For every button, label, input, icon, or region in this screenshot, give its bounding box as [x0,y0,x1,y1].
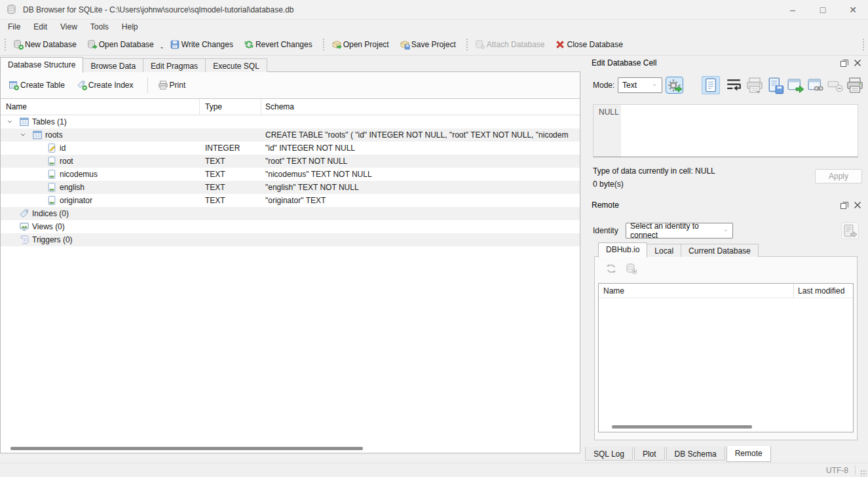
tree-row-english[interactable]: english TEXT "english" TEXT NOT NULL [1,181,580,194]
column-header-schema[interactable]: Schema [261,99,580,115]
maximize-button[interactable]: □ [808,0,838,20]
import-data-button[interactable] [745,76,764,94]
open-database-button[interactable]: Open Database [84,37,161,52]
tree-row-tables[interactable]: Tables (1) [1,115,580,128]
identity-select[interactable]: Select an identity to connect [626,223,733,238]
tree-row-originator[interactable]: originator TEXT "originator" TEXT [1,194,580,207]
remote-tab-bar: DBHub.io Local Current Database [598,242,758,257]
tree-label: roots [45,130,63,140]
tab-local[interactable]: Local [647,244,681,257]
title-bar: DB Browser for SQLite - C:\Users\johnw\s… [0,0,868,20]
mode-select[interactable]: Text [618,77,662,93]
create-index-button[interactable]: Create Index [73,77,142,93]
toolbar-drag-handle[interactable] [862,38,865,51]
print-button[interactable]: Print [154,77,194,93]
app-database-icon [7,4,18,16]
close-database-button[interactable]: Close Database [552,37,630,52]
toolbar-drag-handle[interactable] [466,38,469,51]
field-icon [47,156,57,166]
close-database-icon [555,39,565,50]
column-header-type[interactable]: Type [200,99,261,115]
float-panel-icon[interactable] [838,200,851,210]
edit-cell-toolbar: Mode: Text [585,75,868,96]
print-cell-button[interactable] [846,76,864,94]
remote-list-header: Name Last modified [599,284,853,298]
tree-row-roots[interactable]: roots CREATE TABLE "roots" ( "id" INTEGE… [1,128,580,142]
window-title: DB Browser for SQLite - C:\Users\johnw\s… [23,5,294,14]
tab-database-structure[interactable]: Database Structure [0,57,83,73]
toolbar-drag-handle[interactable] [322,38,326,51]
close-panel-icon[interactable] [851,58,864,68]
set-null-button[interactable] [826,76,844,94]
column-header-last-modified[interactable]: Last modified [794,286,853,296]
remote-tab-panel: Name Last modified [594,256,858,440]
open-database-icon [87,39,98,50]
tab-plot[interactable]: Plot [634,447,665,461]
cell-editor[interactable]: NULL [593,104,858,157]
tree-row-triggers[interactable]: Triggers (0) [1,233,580,246]
clone-database-button[interactable] [841,222,859,239]
close-panel-icon[interactable] [851,200,864,210]
open-project-button[interactable]: Open Project [328,37,396,52]
chevron-down-icon[interactable] [6,118,14,126]
auto-switch-mode-button[interactable] [666,77,683,94]
cell-size-info: 0 byte(s) [593,180,624,189]
attach-database-icon [475,39,485,50]
word-wrap-button[interactable] [725,76,743,94]
tab-remote[interactable]: Remote [726,446,771,462]
tree-label: nicodemus [60,170,98,179]
schema-tree: Name Type Schema Tables (1) [1,98,580,453]
float-panel-icon[interactable] [838,58,851,68]
identity-row: Identity Select an identity to connect [585,221,868,240]
text-view-button[interactable] [702,76,720,94]
resize-grip[interactable] [860,470,867,476]
chevron-down-icon [723,227,728,234]
scrollbar-thumb[interactable] [612,425,752,429]
attach-database-button[interactable]: Attach Database [472,37,552,52]
create-table-button[interactable]: Create Table [5,77,73,93]
menu-help[interactable]: Help [115,21,145,33]
tab-dbhub[interactable]: DBHub.io [598,242,647,258]
refresh-icon[interactable] [605,263,617,275]
copy-link-button[interactable] [806,76,825,94]
menu-bar: File Edit View Tools Help [0,20,868,34]
column-header-name[interactable]: Name [1,99,200,115]
save-project-button[interactable]: Save Project [396,37,463,52]
tree-row-views[interactable]: Views (0) [1,220,580,233]
menu-file[interactable]: File [1,21,27,33]
tab-sql-log[interactable]: SQL Log [585,447,633,461]
column-header-name[interactable]: Name [599,284,794,298]
clone-remote-database-icon[interactable] [626,263,637,275]
scrollbar-thumb[interactable] [10,447,363,450]
tree-row-nicodemus[interactable]: nicodemus TEXT "nicodemus" TEXT NOT NULL [1,168,580,181]
tree-row-id[interactable]: id INTEGER "id" INTEGER NOT NULL [1,142,580,155]
open-database-dropdown-icon[interactable] [159,45,165,51]
view-icon [19,221,29,232]
tab-browse-data[interactable]: Browse Data [83,58,143,72]
menu-edit[interactable]: Edit [27,21,54,33]
new-database-icon [13,39,24,50]
minimize-button[interactable]: – [778,0,808,20]
main-tab-bar: Database Structure Browse Data Edit Prag… [0,56,267,72]
tab-current-database[interactable]: Current Database [681,244,759,257]
write-changes-button[interactable]: Write Changes [166,37,240,52]
apply-button[interactable]: Apply [815,169,862,183]
export-data-button[interactable] [766,76,784,94]
close-button[interactable]: ✕ [838,0,868,20]
menu-view[interactable]: View [54,21,84,33]
new-database-button[interactable]: New Database [10,37,84,52]
toolbar-drag-handle[interactable] [4,38,7,51]
tab-execute-sql[interactable]: Execute SQL [205,58,267,72]
tab-db-schema[interactable]: DB Schema [666,447,725,461]
tree-label: originator [60,196,92,205]
remote-file-list[interactable]: Name Last modified [598,283,854,432]
tab-edit-pragmas[interactable]: Edit Pragmas [143,58,206,72]
open-external-button[interactable] [786,76,804,94]
tree-row-root[interactable]: root TEXT "root" TEXT NOT NULL [1,155,580,168]
cell-type-info: Type of data currently in cell: NULL [593,166,715,176]
revert-changes-button[interactable]: Revert Changes [240,37,320,52]
chevron-down-icon[interactable] [19,131,27,139]
cell-null-value: NULL [599,107,619,117]
tree-row-indices[interactable]: Indices (0) [1,207,580,220]
menu-tools[interactable]: Tools [84,21,115,33]
